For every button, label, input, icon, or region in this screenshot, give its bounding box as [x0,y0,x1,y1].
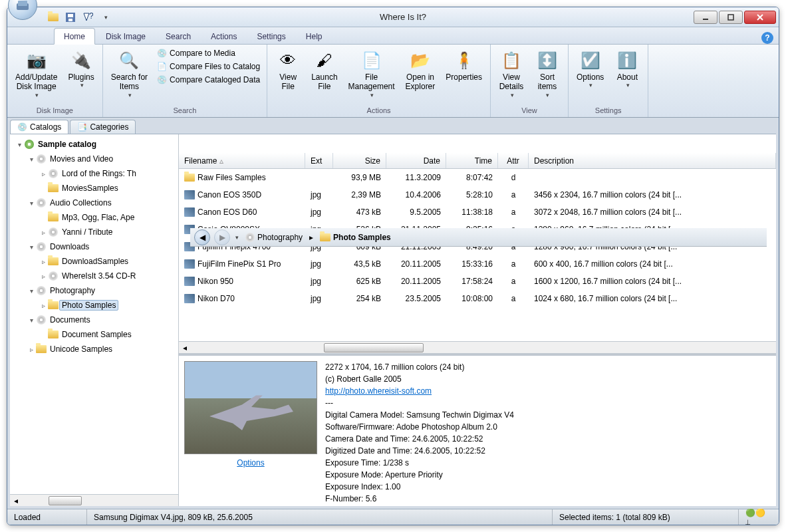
tab-actions[interactable]: Actions [201,29,246,44]
table-row[interactable]: Nikon D70jpg254 kB23.5.200510:08:00a1024… [179,290,776,307]
tree-item[interactable]: Mp3, Ogg, Flac, Ape [10,210,178,225]
tree-item[interactable]: MoviesSamples [10,181,178,196]
table-row[interactable]: Canon EOS 350Djpg2,39 MB10.4.20065:28:10… [179,186,776,203]
crumb-photography[interactable]: Photography [243,231,305,243]
table-row[interactable]: Canon EOS D60jpg473 kB9.5.200511:38:18a3… [179,203,776,221]
preview-panel: Options 2272 x 1704, 16.7 million colors… [179,353,776,506]
crumb-photo-samples[interactable]: Photo Samples [317,231,394,243]
maximize-button[interactable] [719,11,743,24]
table-row[interactable]: FujiFilm FinePix S1 Projpg43,5 kB20.11.2… [179,255,776,273]
ribbon: 📷 Add/UpdateDisk Image▾ 🔌 Plugins▾ Disk … [7,45,779,118]
tree-item[interactable]: ▹Photo Samples [10,298,178,313]
qat-help-icon[interactable]: ? [80,10,95,25]
nav-back-button[interactable]: ◀ [194,229,210,245]
grid-header: Filename ▵ Ext Size Date Time Attr Descr… [179,153,776,169]
tree-hscrollbar[interactable]: ◂ [10,494,178,506]
col-time[interactable]: Time [446,153,498,168]
ribbon-help-icon[interactable]: ? [761,32,773,44]
svg-rect-7 [728,15,733,20]
status-indicators: 🟢🟡 ⟂ [739,509,779,525]
tree-panel: ▾Sample catalog▾Movies and Video▹Lord of… [10,134,179,506]
tree-item[interactable]: ▾Sample catalog [10,137,178,152]
grid-body[interactable]: Raw Files Samples93,9 MB11.3.20098:07:42… [179,169,776,341]
tree-item[interactable]: ▹Unicode Samples [10,342,178,356]
open-in-explorer-button[interactable]: 📂Open inExplorer [402,47,440,94]
status-loaded: Loaded [7,509,87,525]
options-button[interactable]: ☑️Options▾ [573,47,608,92]
svg-rect-3 [68,14,73,17]
about-button[interactable]: ℹ️About▾ [610,47,644,92]
search-for-items-button[interactable]: 🔍 Search forItems▾ [107,47,152,102]
preview-metadata: 2272 x 1704, 16.7 million colors (24 bit… [325,361,771,501]
qat-save-icon[interactable] [63,10,78,25]
preview-thumbnail [184,361,317,454]
nav-tab-categories[interactable]: 📑 Categories [70,120,136,134]
compare-files-to-catalog-button[interactable]: 📄 Compare Files to Catalog [154,61,263,72]
tab-home[interactable]: Home [54,28,95,45]
nav-history-dropdown[interactable]: ▾ [235,234,239,241]
qat-open-icon[interactable] [46,10,61,25]
tab-disk-image[interactable]: Disk Image [96,29,155,44]
col-ext[interactable]: Ext [305,153,333,168]
catalog-tree[interactable]: ▾Sample catalog▾Movies and Video▹Lord of… [10,134,178,494]
plugins-button[interactable]: 🔌 Plugins▾ [64,47,98,92]
table-row[interactable]: Raw Files Samples93,9 MB11.3.20098:07:42… [179,169,776,186]
grid-hscrollbar[interactable]: ◂ [179,341,776,353]
status-bar: Loaded Samsung Digimax V4.jpg, 809 kB, 2… [7,509,779,525]
tab-settings[interactable]: Settings [247,29,295,44]
tree-item[interactable]: ▹DownloadSamples [10,254,178,269]
col-date[interactable]: Date [386,153,446,168]
qat-customize-icon[interactable]: ▾ [98,10,112,25]
preview-options-link[interactable]: Options [237,458,264,467]
tree-item[interactable]: ▹Lord of the Rings: Th [10,166,178,181]
tree-item[interactable]: ▾Downloads [10,239,178,254]
add-update-disk-image-button[interactable]: 📷 Add/UpdateDisk Image▾ [11,47,61,102]
col-description[interactable]: Description [529,153,776,168]
nav-tab-catalogs[interactable]: 💿 Catalogs [10,120,68,134]
col-attr[interactable]: Attr [498,153,529,168]
close-button[interactable] [744,11,776,24]
launch-file-button[interactable]: 🖌LaunchFile [307,47,341,94]
view-file-button[interactable]: 👁ViewFile [271,47,305,94]
compare-to-media-button[interactable]: 💿 Compare to Media [154,47,263,59]
tree-item[interactable]: ▾Audio Collections [10,196,178,210]
window-title: Where Is It? [112,12,694,22]
tab-help[interactable]: Help [297,29,332,44]
col-filename[interactable]: Filename ▵ [179,153,305,168]
tree-item[interactable]: Document Samples [10,327,178,342]
folder-icon [320,233,330,241]
tree-item[interactable]: ▹WhereIsIt 3.54 CD-R [10,269,178,283]
tab-search[interactable]: Search [156,29,200,44]
svg-text:?: ? [89,12,93,21]
minimize-button[interactable] [694,11,718,24]
tree-item[interactable]: ▾Movies and Video [10,152,178,166]
svg-rect-4 [68,19,72,21]
status-selected: Selected items: 1 (total 809 kB) [553,509,739,525]
breadcrumb: ◀ ▶ ▾ Photography ▸ Photo Samples [190,228,767,247]
table-row[interactable]: Nikon 950jpg625 kB20.11.200517:58:24a160… [179,273,776,290]
group-settings-label: Settings [573,105,644,116]
file-management-button[interactable]: 📄FileManagement▾ [344,47,399,102]
tree-item[interactable]: ▾Photography [10,283,178,298]
view-details-button[interactable]: 📋ViewDetails▾ [495,47,528,102]
title-bar: ? ▾ Where Is It? [7,7,779,27]
sort-items-button[interactable]: ↕️Sortitems▾ [531,47,564,102]
ribbon-tabs: Home Disk Image Search Actions Settings … [7,27,779,45]
compare-cataloged-data-button[interactable]: 💿 Compare Cataloged Data [154,74,263,86]
group-actions-label: Actions [271,105,486,116]
group-view-label: View [495,105,564,116]
col-size[interactable]: Size [333,153,386,168]
tree-item[interactable]: ▾Documents [10,313,178,327]
app-menu-button[interactable] [8,7,37,20]
disc-icon [245,233,255,242]
tree-item[interactable]: ▹Yanni / Tribute [10,225,178,239]
nav-forward-button[interactable]: ▶ [214,229,230,245]
svg-rect-0 [17,7,29,10]
preview-url-link[interactable]: http://photo.whereisit-soft.com [325,385,771,397]
group-search-label: Search [107,105,263,116]
group-disk-image-label: Disk Image [11,105,98,116]
status-file: Samsung Digimax V4.jpg, 809 kB, 25.6.200… [87,509,553,525]
properties-button[interactable]: 🧍Properties [442,47,486,84]
